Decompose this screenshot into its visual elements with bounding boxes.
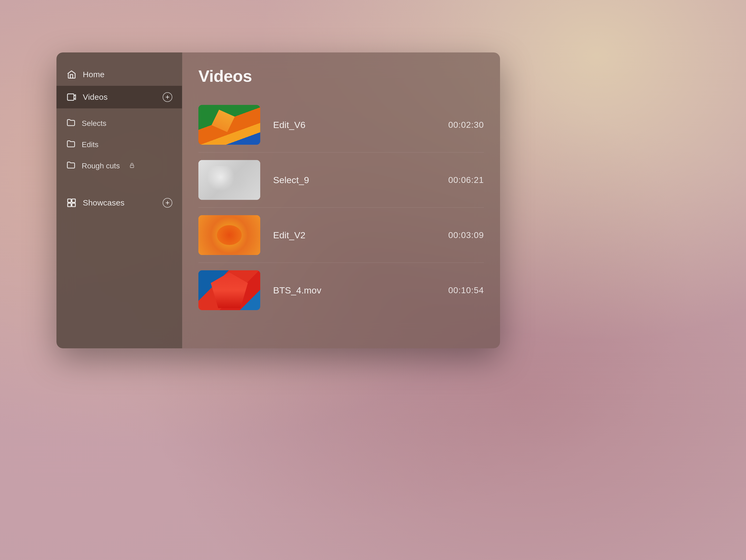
sidebar-item-home[interactable]: Home — [56, 63, 182, 86]
video-item-edit-v6[interactable]: Edit_V6 00:02:30 — [198, 97, 484, 152]
video-item-select-9[interactable]: Select_9 00:06:21 — [198, 152, 484, 208]
video-name-edit-v2: Edit_V2 — [273, 230, 306, 241]
thumbnail-edit-v6 — [198, 105, 260, 145]
videos-label: Videos — [83, 92, 108, 102]
edits-label: Edits — [82, 140, 98, 149]
page-title: Videos — [198, 66, 484, 86]
folders-section: Selects Edits — [56, 108, 182, 181]
sidebar-nav: Home Videos — [56, 63, 182, 214]
sidebar-item-rough-cuts[interactable]: Rough cuts — [56, 155, 182, 176]
video-duration-select-9: 00:06:21 — [448, 175, 484, 185]
svg-rect-3 — [130, 165, 134, 168]
video-duration-edit-v6: 00:02:30 — [448, 120, 484, 130]
video-name-select-9: Select_9 — [273, 175, 309, 185]
folder-icon-edits — [66, 139, 76, 150]
sidebar-item-edits[interactable]: Edits — [56, 134, 182, 155]
sidebar-item-videos[interactable]: Videos — [56, 86, 182, 108]
video-icon — [66, 92, 77, 103]
main-content: Videos Edit_V6 00:02:30 Select — [182, 52, 500, 348]
folder-icon-selects — [66, 117, 76, 129]
svg-rect-4 — [68, 199, 71, 202]
folder-icon-rough-cuts — [66, 160, 76, 172]
video-duration-edit-v2: 00:03:09 — [448, 230, 484, 240]
sidebar-item-selects[interactable]: Selects — [56, 113, 182, 134]
svg-rect-6 — [68, 203, 71, 207]
svg-rect-7 — [72, 203, 76, 207]
app-window: Home Videos — [56, 52, 500, 348]
video-item-edit-v2[interactable]: Edit_V2 00:03:09 — [198, 208, 484, 263]
showcases-icon — [66, 197, 77, 208]
video-name-edit-v6: Edit_V6 — [273, 120, 306, 130]
sidebar: Home Videos — [56, 52, 182, 348]
home-icon — [66, 69, 77, 80]
thumbnail-bts-4 — [198, 270, 260, 310]
add-showcase-button[interactable] — [163, 198, 172, 208]
spacer — [56, 181, 182, 192]
home-label: Home — [83, 70, 105, 79]
video-list: Edit_V6 00:02:30 Select_9 00:06:21 — [198, 97, 484, 318]
video-name-bts-4: BTS_4.mov — [273, 285, 321, 296]
add-video-button[interactable] — [163, 92, 172, 102]
showcases-label: Showcases — [83, 198, 124, 207]
video-item-bts-4[interactable]: BTS_4.mov 00:10:54 — [198, 263, 484, 318]
svg-rect-5 — [72, 199, 76, 202]
rough-cuts-label: Rough cuts — [82, 162, 120, 170]
thumbnail-select-9 — [198, 160, 260, 200]
svg-rect-0 — [67, 94, 74, 100]
sidebar-item-showcases[interactable]: Showcases — [56, 192, 182, 214]
thumbnail-edit-v2 — [198, 215, 260, 255]
selects-label: Selects — [82, 119, 107, 128]
video-duration-bts-4: 00:10:54 — [448, 285, 484, 295]
lock-icon — [129, 162, 135, 170]
